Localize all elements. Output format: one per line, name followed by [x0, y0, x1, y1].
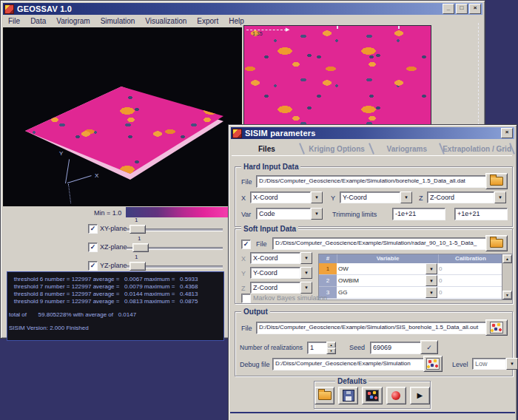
menu-export[interactable]: Export [192, 16, 223, 27]
menu-variogram[interactable]: Variogram [51, 16, 95, 27]
defaults-group: Defaults ▶ [314, 381, 431, 409]
maximize-icon[interactable]: □ [456, 4, 468, 14]
spin-down-icon[interactable]: ▼ [326, 348, 336, 354]
hard-var-combo[interactable]: Code ▼ [256, 208, 323, 220]
calibration-cell[interactable]: 0 [437, 275, 502, 287]
row-number[interactable]: 2 [319, 275, 337, 287]
dropdown-icon[interactable]: ▼ [311, 192, 323, 203]
dialog-titlebar[interactable]: SISIM parameters × [231, 127, 514, 139]
soft-input-checkbox[interactable]: ✓ [241, 240, 251, 249]
trim-min-input[interactable]: -1e+21 [392, 208, 445, 220]
log-line: threshold 6 number = 122997 average = 0.… [9, 276, 222, 283]
axis-y-label: Y [59, 150, 63, 157]
slice-view[interactable]: ▶ 1.35 [243, 25, 431, 125]
seed-apply-button[interactable]: ✓ [420, 340, 438, 354]
hard-y-combo[interactable]: Y-Coord ▼ [340, 192, 412, 203]
tab-files[interactable]: Files [232, 145, 301, 153]
burst-icon [366, 390, 379, 402]
calibration-cell[interactable]: 0 [437, 287, 502, 299]
dropdown-icon[interactable]: ▼ [494, 192, 506, 203]
soft-y-combo[interactable]: Y-Coord ▼ [250, 267, 312, 279]
tab-variograms[interactable]: Variograms [372, 145, 441, 153]
xz-plane-slider-thumb[interactable] [132, 243, 149, 252]
seed-input[interactable]: 69069 [370, 342, 422, 354]
tab-extrapolation-grid[interactable]: Extrapolation / Grid [443, 145, 511, 153]
hard-x-value: X-Coord [250, 192, 311, 203]
variable-value: GG [337, 287, 426, 298]
seed-label: Seed [349, 344, 365, 351]
tab-kriging-options[interactable]: Kriging Options [303, 145, 371, 153]
table-row: 2 OWBIM ▼ 0 [319, 275, 502, 287]
dropdown-icon[interactable]: ▼ [300, 282, 312, 294]
dropdown-icon[interactable]: ▼ [426, 287, 437, 298]
soft-z-label: Z [241, 285, 246, 292]
markov-bayes-checkbox[interactable] [241, 294, 251, 303]
scroll-down-icon[interactable]: ▼ [502, 291, 512, 299]
table-row: 1 OW ▼ 0 [319, 263, 502, 275]
soft-file-input[interactable]: D:/Diss/Computer_Geoscience/Example/Simu… [272, 237, 487, 250]
dropdown-icon[interactable]: ▼ [426, 275, 437, 286]
menu-file[interactable]: File [3, 16, 25, 27]
trim-max-input[interactable]: +1e+21 [454, 208, 508, 220]
output-file-browse-button[interactable] [485, 319, 508, 336]
main-titlebar[interactable]: GEOSSAV 1.0 _ □ × [3, 3, 482, 15]
dropdown-icon[interactable]: ▼ [311, 208, 323, 220]
hard-var-value: Code [256, 208, 311, 220]
axis-y-line [65, 159, 70, 183]
soft-z-combo[interactable]: Z-Coord ▼ [250, 282, 312, 294]
row-number[interactable]: 1 [319, 263, 337, 275]
defaults-save-button[interactable] [338, 387, 358, 404]
sisim-parameters-dialog: SISIM parameters × Files Kriging Options… [228, 124, 517, 420]
yz-plane-label: YZ-plane [100, 262, 127, 269]
level-label: Level [452, 361, 468, 368]
trimming-limits-label: Trimming limits [332, 211, 377, 218]
variable-combo[interactable]: OW ▼ [337, 263, 437, 275]
output-file-input[interactable]: D:/Diss/Computer_Geoscience/Example/Simu… [256, 322, 487, 334]
soft-x-combo[interactable]: X-Coord ▼ [250, 252, 312, 264]
menu-visualization[interactable]: Visualization [140, 16, 192, 27]
dropdown-icon[interactable]: ▼ [506, 358, 518, 370]
defaults-reset-button[interactable] [362, 387, 382, 404]
scroll-up-icon[interactable]: ▲ [502, 254, 512, 263]
realizations-spinner[interactable]: ▲ ▼ [326, 342, 336, 354]
yz-plane-checkbox[interactable]: ✓ [88, 261, 98, 271]
variable-combo[interactable]: GG ▼ [337, 287, 437, 299]
soft-y-label: Y [241, 270, 246, 277]
3d-viewport[interactable]: X Y Z [3, 27, 242, 206]
xy-plane-slider-thumb[interactable] [130, 225, 146, 234]
soft-input-title: Soft Input Data [241, 225, 298, 233]
menu-simulation[interactable]: Simulation [95, 16, 141, 27]
level-combo[interactable]: Low ▼ [472, 358, 518, 370]
hard-file-browse-button[interactable] [485, 173, 508, 189]
dropdown-icon[interactable]: ▼ [300, 267, 312, 279]
soft-file-browse-button[interactable] [485, 235, 508, 251]
hard-file-input[interactable]: D:/Diss/Computer_Geoscience/Example/Simu… [256, 175, 487, 188]
dropdown-icon[interactable]: ▼ [400, 192, 412, 203]
xy-plane-label: XY-plane [100, 225, 127, 232]
hard-var-label: Var [241, 211, 251, 218]
dropdown-icon[interactable]: ▼ [426, 263, 437, 274]
xz-plane-checkbox[interactable]: ✓ [88, 243, 98, 252]
xy-plane-checkbox[interactable]: ✓ [88, 224, 98, 234]
dialog-close-icon[interactable]: × [501, 128, 513, 138]
defaults-stop-button[interactable] [386, 387, 406, 404]
hard-z-combo[interactable]: Z-Coord ▼ [427, 192, 506, 203]
table-scrollbar[interactable]: ▲ ▼ [502, 254, 513, 300]
defaults-run-button[interactable]: ▶ [410, 387, 430, 404]
defaults-open-button[interactable] [314, 387, 334, 404]
minimize-icon[interactable]: _ [443, 4, 454, 14]
debug-file-input[interactable]: D:/Diss/Computer_Geoscience/Example/Simu… [272, 358, 426, 370]
menu-data[interactable]: Data [25, 16, 51, 27]
calibration-cell[interactable]: 0 [437, 263, 502, 275]
yz-plane-slider-thumb[interactable] [130, 262, 146, 271]
open-folder-icon [318, 391, 332, 400]
log-status-line: SISIM Version: 2.000 Finished [9, 325, 222, 332]
debug-file-browse-button[interactable] [423, 356, 443, 372]
dialog-icon [232, 129, 242, 138]
hard-input-title: Hard Input Data [241, 163, 300, 171]
variable-combo[interactable]: OWBIM ▼ [337, 275, 437, 287]
tab-bar: Files Kriging Options Variograms Extrapo… [232, 142, 513, 155]
close-icon[interactable]: × [469, 4, 481, 14]
hard-x-combo[interactable]: X-Coord ▼ [250, 192, 323, 203]
dropdown-icon[interactable]: ▼ [300, 252, 312, 264]
